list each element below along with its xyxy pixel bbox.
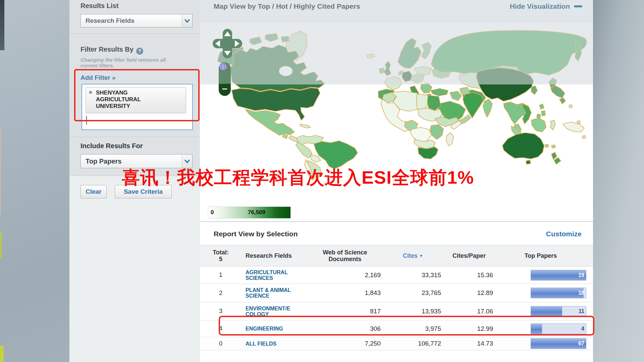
world-map-container: + − 0 76,509 — [200, 21, 593, 222]
table-row: 2PLANT & ANIMALSCIENCE1,84323,76512.8918 — [200, 284, 593, 302]
customize-link[interactable]: Customize — [546, 230, 582, 238]
total-count: 5 — [208, 256, 233, 262]
report-table-body: 1AGRICULTURALSCIENCES2,16933,31515.36192… — [200, 266, 593, 350]
wos-header-line: Web of Science — [307, 249, 383, 256]
table-header-row: Total: 5 Research Fields Web of Science … — [200, 245, 593, 266]
esi-screenshot: Results List Research Fields Filter Resu… — [0, 0, 644, 362]
results-list-selected-value: Research Fields — [81, 17, 182, 24]
results-list-heading: Results List — [80, 2, 118, 10]
bar-fill — [531, 270, 586, 280]
map-top-overlay-band — [200, 21, 593, 84]
clear-button[interactable]: Clear — [80, 185, 107, 198]
cites-per-paper-value: 12.89 — [443, 289, 495, 297]
annotation-box-filter — [74, 69, 200, 121]
filter-results-heading: Filter Results By? — [80, 46, 143, 55]
top-papers-value: 18 — [578, 288, 584, 298]
bar-fill — [531, 288, 584, 298]
column-wos-documents: Web of Science Documents — [307, 249, 383, 262]
choropleth-legend: 0 76,509 — [208, 206, 291, 219]
divider — [69, 137, 200, 137]
top-papers-bar-cell: 11 — [495, 306, 586, 317]
table-row: 0ALL FIELDS7,250106,77214.7367 — [200, 337, 593, 350]
world-choropleth-map[interactable] — [200, 21, 593, 221]
top-papers-bar: 19 — [531, 270, 586, 281]
wos-documents-value: 817 — [307, 308, 383, 315]
row-rank: 1 — [208, 272, 233, 279]
top-papers-bar-cell: 67 — [495, 338, 586, 349]
top-papers-bar-cell: 19 — [495, 270, 586, 281]
cites-value: 23,765 — [383, 289, 443, 297]
include-results-selected-value: Top Papers — [81, 158, 182, 165]
table-row: 1AGRICULTURALSCIENCES2,16933,31515.3619 — [200, 266, 593, 284]
wos-documents-value: 1,843 — [307, 289, 383, 297]
headline-banner: 喜讯！我校工程学科首次进入ESI全球前1% — [122, 166, 474, 190]
results-list-select[interactable]: Research Fields — [80, 14, 193, 27]
map-zoom-control: + − — [219, 62, 231, 96]
map-header-bar: Map View by Top / Hot / Highly Cited Pap… — [200, 0, 593, 21]
divider — [69, 34, 200, 34]
sort-descending-icon: ▼ — [419, 254, 423, 258]
total-label: Total: — [208, 249, 233, 256]
legend-min-value: 0 — [211, 209, 214, 216]
photo-foliage — [0, 231, 2, 258]
top-papers-bar: 67 — [531, 338, 586, 349]
sidebar-lower-section — [69, 176, 200, 362]
top-papers-value: 19 — [578, 270, 584, 280]
column-cites-per-paper: Cites/Paper — [443, 252, 495, 259]
top-papers-bar-cell: 18 — [495, 288, 586, 298]
bar-fill — [531, 339, 586, 349]
photo-foliage — [0, 346, 4, 362]
research-field-link[interactable]: PLANT & ANIMALSCIENCE — [233, 287, 307, 299]
globe-reset-button[interactable] — [219, 73, 231, 84]
background-photo-left — [0, 0, 69, 362]
minimize-icon — [574, 5, 582, 7]
zoom-out-button[interactable]: − — [219, 84, 231, 96]
research-field-link[interactable]: ALL FIELDS — [233, 341, 307, 347]
chevron-down-icon[interactable] — [182, 14, 192, 27]
wos-header-line: Documents — [307, 256, 383, 262]
report-section: Report View by Selection Customize Total… — [200, 222, 593, 362]
help-icon[interactable]: ? — [136, 48, 143, 55]
filter-results-label: Filter Results By — [80, 46, 133, 53]
hide-visualization-label: Hide Visualization — [510, 2, 570, 10]
cites-per-paper-value: 15.36 — [443, 272, 495, 279]
column-cites-sort[interactable]: Cites ▼ — [383, 252, 443, 259]
cites-label: Cites — [403, 252, 418, 259]
photo-artifact — [0, 127, 1, 215]
research-field-link[interactable]: ENVIRONMENT/ECOLOGY — [233, 306, 307, 317]
row-rank: 0 — [208, 340, 233, 347]
research-field-link[interactable]: AGRICULTURALSCIENCES — [233, 269, 307, 281]
cites-value: 13,935 — [383, 308, 443, 315]
map-view-title: Map View by Top / Hot / Highly Cited Pap… — [214, 2, 360, 10]
cites-value: 106,772 — [383, 340, 443, 347]
total-header: Total: 5 — [208, 249, 233, 262]
include-results-heading: Include Results For — [80, 142, 143, 150]
cites-per-paper-value: 17.06 — [443, 308, 495, 315]
annotation-box-engineering-row — [219, 316, 594, 336]
wos-documents-value: 2,169 — [307, 272, 383, 279]
top-papers-value: 67 — [578, 339, 584, 349]
column-research-fields: Research Fields — [233, 252, 307, 259]
column-top-papers: Top Papers — [495, 252, 586, 259]
top-papers-bar: 11 — [531, 306, 586, 317]
map-pan-control[interactable] — [212, 28, 243, 59]
bar-fill — [531, 306, 562, 316]
wos-documents-value: 7,250 — [307, 340, 383, 347]
filter-note: Changing the filter field removes all cu… — [80, 57, 184, 68]
report-view-title: Report View by Selection — [214, 230, 298, 238]
hide-visualization-link[interactable]: Hide Visualization — [510, 2, 582, 10]
background-photo-right — [593, 0, 644, 362]
legend-max-value: 76,509 — [248, 209, 265, 216]
photo-dark-corner — [0, 0, 4, 50]
cites-per-paper-value: 14.73 — [443, 340, 495, 347]
row-rank: 3 — [208, 308, 233, 315]
top-papers-bar: 18 — [531, 288, 586, 298]
row-rank: 2 — [208, 290, 233, 297]
cites-value: 33,315 — [383, 272, 443, 279]
top-papers-value: 11 — [579, 306, 584, 316]
